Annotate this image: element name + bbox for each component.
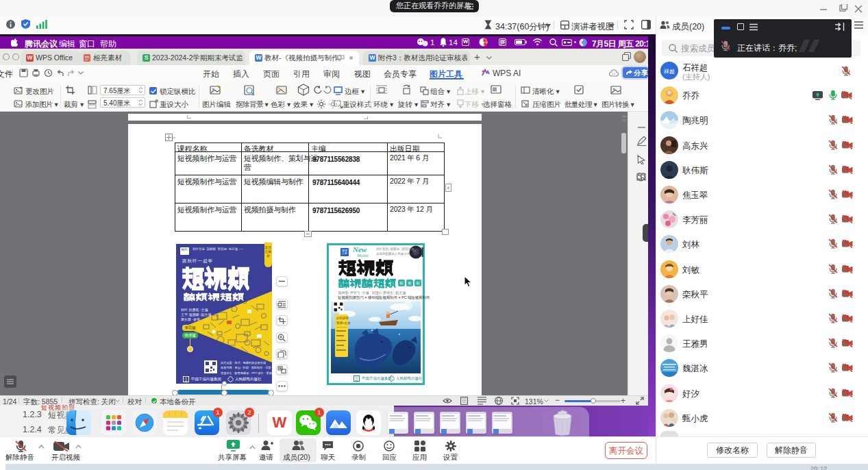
svg-text:祥超: 祥超 <box>663 69 675 75</box>
